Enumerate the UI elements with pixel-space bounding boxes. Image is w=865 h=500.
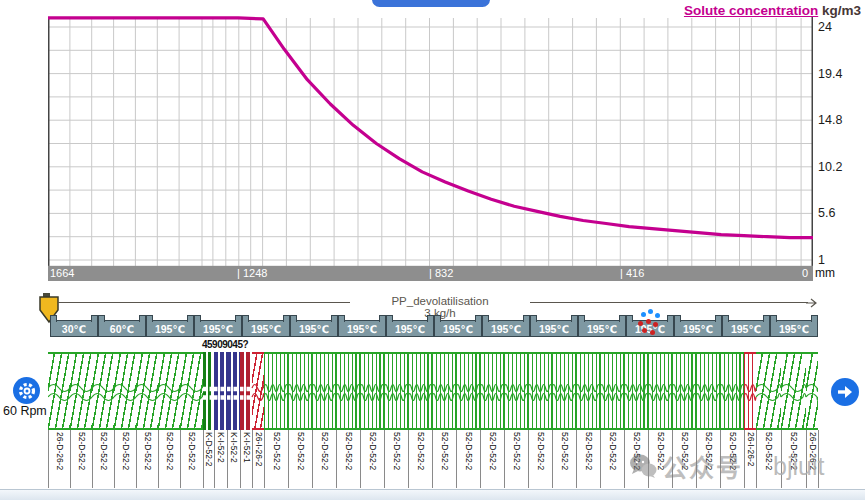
- screw-element[interactable]: [288, 352, 312, 430]
- screw-element[interactable]: [720, 352, 744, 430]
- y-tick-label: 5.6: [818, 206, 835, 220]
- screw-element-label: K-D-52-2: [203, 430, 214, 488]
- screw-element[interactable]: [696, 352, 720, 430]
- barrel-zone[interactable]: 195℃: [434, 320, 482, 337]
- barrel-zone[interactable]: 195℃: [722, 320, 770, 337]
- screw-element-label: 26-D-26-2: [48, 430, 70, 488]
- y-tick-label: 19.4: [818, 67, 842, 81]
- kneading-angles-label: 45909045?: [202, 339, 248, 350]
- screw-element-label: 52-D-52-2: [180, 430, 203, 488]
- screw-element[interactable]: [114, 352, 136, 430]
- barrel-temp-label: 195℃: [443, 323, 473, 335]
- barrel-temp-label: 195℃: [731, 323, 761, 335]
- screw-element[interactable]: [672, 352, 696, 430]
- screw-element[interactable]: [781, 352, 806, 430]
- bottom-panel-edge: [0, 489, 865, 500]
- barrel-zone[interactable]: 195℃: [338, 320, 386, 337]
- simulation-window: Solute concentration kg/m3 2419.414.810.…: [0, 0, 865, 500]
- x-tick-label: 0: [802, 267, 808, 279]
- screw-element[interactable]: [408, 352, 432, 430]
- screw-element[interactable]: [480, 352, 504, 430]
- barrel-zone[interactable]: 195℃: [530, 320, 578, 337]
- barrel-zone[interactable]: 195℃: [290, 320, 338, 337]
- chart-title: Solute concentration kg/m3: [684, 3, 861, 18]
- screw-element[interactable]: [336, 352, 360, 430]
- top-toolbar-button[interactable]: [372, 0, 490, 7]
- gas-bubble-dot: [648, 309, 653, 314]
- barrel-temp-label: 30℃: [62, 323, 86, 335]
- screw-element-label: 52-D-52-2: [408, 430, 432, 488]
- arrow-right-icon: [834, 381, 856, 403]
- screw-element-label: 52-D-52-2: [136, 430, 158, 488]
- screw-element[interactable]: [384, 352, 408, 430]
- screw-element[interactable]: [227, 352, 240, 430]
- barrel-temp-label: 195℃: [155, 323, 185, 335]
- screw-element[interactable]: [552, 352, 576, 430]
- screw-element-label: 52-D-52-2: [528, 430, 552, 488]
- screw-element[interactable]: [158, 352, 180, 430]
- melt-bubble-dot: [653, 322, 658, 327]
- screw-element[interactable]: [528, 352, 552, 430]
- x-tick-label: 1664: [50, 267, 74, 279]
- barrel-zone[interactable]: 195℃: [770, 320, 818, 337]
- screw-element[interactable]: [92, 352, 114, 430]
- barrel-zone[interactable]: 195℃: [194, 320, 242, 337]
- gas-bubble-dot: [655, 313, 660, 318]
- screw-element[interactable]: [756, 352, 781, 430]
- screw-element[interactable]: [264, 352, 288, 430]
- screw-element-label: 52-D-52-2: [114, 430, 136, 488]
- barrel-zone[interactable]: 30℃: [50, 320, 98, 337]
- screw-element-label: 52-D-52-2: [576, 430, 600, 488]
- barrel-zone[interactable]: 195℃: [146, 320, 194, 337]
- screw-element[interactable]: [624, 352, 648, 430]
- barrel-zone[interactable]: 60℃: [98, 320, 146, 337]
- barrel-zone[interactable]: 195℃: [674, 320, 722, 337]
- chart-title-unit: kg/m3: [822, 3, 861, 18]
- melt-bubble-dot: [638, 321, 643, 326]
- screw-element[interactable]: [456, 352, 480, 430]
- feed-line-right: [530, 302, 808, 303]
- screw-element[interactable]: [214, 352, 227, 430]
- screw-element[interactable]: [806, 352, 818, 430]
- screw-element[interactable]: [432, 352, 456, 430]
- screw-element[interactable]: [252, 352, 264, 430]
- screw-element-label: 26-I-26-2: [252, 430, 264, 488]
- screw-element-label: 52-D-52-2: [158, 430, 180, 488]
- concentration-curve: [48, 18, 813, 238]
- screw-element-label: 52-D-52-2: [696, 430, 720, 488]
- screw-element[interactable]: [70, 352, 92, 430]
- screw-element[interactable]: [504, 352, 528, 430]
- screw-element-label: K-I-52-2: [214, 430, 227, 488]
- barrel-temp-label: 60℃: [110, 323, 134, 335]
- screw-element-label: 52-D-52-2: [552, 430, 576, 488]
- screw-element[interactable]: [180, 352, 203, 430]
- screw-element-label: 52-D-52-2: [288, 430, 312, 488]
- y-tick-label: 10.2: [818, 160, 842, 174]
- next-button[interactable]: [831, 378, 859, 406]
- x-axis-scrollbar[interactable]: 1664| 1248| 832| 4160: [48, 266, 813, 281]
- barrel-temp-label: 195℃: [539, 323, 569, 335]
- barrel-zone[interactable]: 195℃: [242, 320, 290, 337]
- screw-element[interactable]: [576, 352, 600, 430]
- screw-element[interactable]: [240, 352, 252, 430]
- screw-element[interactable]: [360, 352, 384, 430]
- screw-settings-button[interactable]: [13, 377, 40, 404]
- barrel-zone[interactable]: 195℃: [482, 320, 530, 337]
- chart-title-text: Solute concentration: [684, 3, 818, 18]
- screw-speed-label: 60 Rpm: [3, 404, 47, 418]
- feed-material-label[interactable]: PP_devolatilisation: [350, 296, 530, 308]
- screw-element[interactable]: [648, 352, 672, 430]
- screw-element-label: 52-D-52-2: [720, 430, 744, 488]
- screw-element[interactable]: [203, 352, 214, 430]
- screw-element-label: 26-I-26-2: [744, 430, 756, 488]
- barrel-temp-label: 195℃: [347, 323, 377, 335]
- barrel-zone[interactable]: 195℃: [386, 320, 434, 337]
- screw-element-label: 52-D-52-2: [92, 430, 114, 488]
- screw-element[interactable]: [744, 352, 756, 430]
- screw-element[interactable]: [600, 352, 624, 430]
- barrel-zone[interactable]: 195℃: [578, 320, 626, 337]
- feed-line-left: [58, 302, 350, 303]
- screw-element[interactable]: [136, 352, 158, 430]
- screw-element[interactable]: [48, 352, 70, 430]
- screw-element[interactable]: [312, 352, 336, 430]
